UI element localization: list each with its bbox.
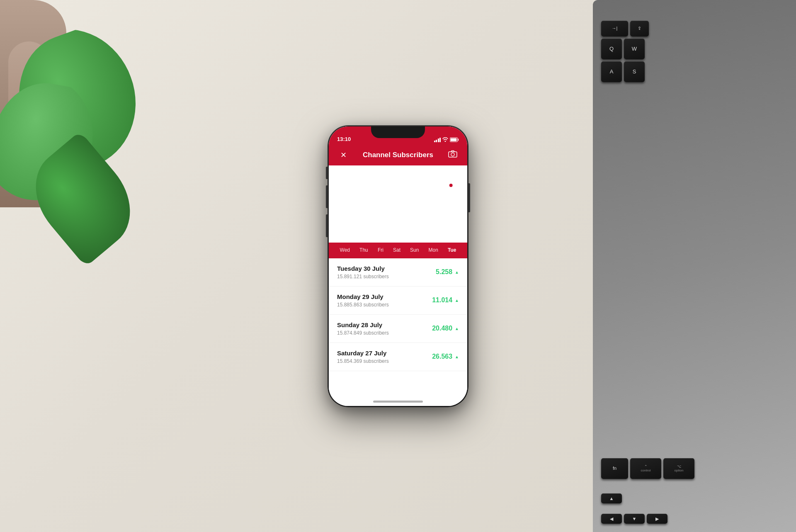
mute-button[interactable]: [326, 167, 328, 179]
phone-outer: 13:10: [328, 125, 468, 407]
status-icons: [434, 137, 459, 142]
key-a: A: [601, 61, 622, 82]
stats-date: Tuesday 30 July: [329, 177, 467, 184]
volume-up-button[interactable]: [326, 185, 328, 208]
key-left: ◀: [601, 514, 622, 524]
camera-icon: [448, 150, 457, 158]
list-item-sub: 15.854.369 subscribers: [337, 358, 389, 364]
camera-button[interactable]: [447, 150, 459, 160]
list-item-sub: 15.885.863 subscribers: [337, 302, 389, 308]
day-tue: Tue: [448, 247, 456, 253]
day-sat: Sat: [393, 247, 400, 253]
day-mon: Mon: [429, 247, 438, 253]
key-option: ⌥ option: [663, 458, 694, 479]
home-indicator: [373, 401, 423, 403]
key-caps: ⇪: [630, 21, 649, 36]
phone: 13:10: [328, 125, 468, 407]
list-item-sub: 15.874.849 subscribers: [337, 330, 389, 336]
stats-display: 15.891.121 Tuesday 30 July: [329, 165, 467, 184]
keyboard-row-arrows-2: ◀ ▼ ▶: [601, 514, 788, 524]
list-item-right: 5.258 ▲: [436, 268, 459, 276]
day-thu: Thu: [359, 247, 368, 253]
app-content: 13:10: [329, 126, 467, 406]
list-item-info: Sunday 28 July 15.874.849 subscribers: [337, 321, 389, 336]
screen-title: Channel Subscribers: [363, 151, 433, 159]
key-up: ▲: [601, 493, 622, 503]
svg-rect-1: [458, 138, 459, 141]
trend-up-icon: ▲: [455, 270, 459, 275]
list-item[interactable]: Saturday 27 July 15.854.369 subscribers …: [329, 343, 467, 371]
list-item-right: 20.480 ▲: [432, 325, 459, 332]
battery-icon: [450, 137, 459, 142]
list-item[interactable]: Sunday 28 July 15.874.849 subscribers 20…: [329, 315, 467, 343]
list-item-value: 11.014: [432, 296, 452, 304]
key-s: S: [624, 61, 645, 82]
list-item[interactable]: Tuesday 30 July 15.891.121 subscribers 5…: [329, 258, 467, 287]
day-labels: Wed Thu Fri Sat Sun Mon Tue: [329, 243, 467, 258]
trend-up-icon: ▲: [455, 355, 459, 359]
list-item-info: Monday 29 July 15.885.863 subscribers: [337, 293, 389, 308]
svg-rect-2: [451, 138, 457, 141]
laptop-keyboard: →| ⇪ Q W A S fn ⌃ control ⌥: [593, 0, 796, 532]
key-tab: →|: [601, 21, 628, 36]
chart-container: [329, 180, 467, 245]
list-item[interactable]: Monday 29 July 15.885.863 subscribers 11…: [329, 287, 467, 315]
keyboard-row-2: A S: [601, 61, 788, 82]
day-wed: Wed: [340, 247, 350, 253]
key-w: W: [624, 39, 645, 59]
key-q: Q: [601, 39, 622, 59]
signal-icon: [434, 137, 441, 142]
trend-up-icon: ▲: [455, 298, 459, 303]
list-item-title: Saturday 27 July: [337, 350, 389, 357]
wifi-icon: [442, 137, 448, 142]
list-item-right: 26.563 ▲: [432, 353, 459, 360]
list-item-value: 26.563: [432, 353, 452, 360]
list-item-sub: 15.891.121 subscribers: [337, 274, 389, 279]
subscriber-count: 15.891.121: [329, 165, 467, 176]
key-down: ▼: [624, 514, 645, 524]
keyboard-row-arrows: ▲: [601, 493, 788, 503]
list-item-right: 11.014 ▲: [432, 296, 459, 304]
trend-up-icon: ▲: [455, 326, 459, 331]
day-fri: Fri: [378, 247, 383, 253]
list-item-title: Sunday 28 July: [337, 321, 389, 328]
list-item-value: 20.480: [432, 325, 452, 332]
phone-notch: [371, 126, 425, 138]
day-sun: Sun: [410, 247, 419, 253]
list-item-title: Monday 29 July: [337, 293, 389, 300]
keyboard-row-fn: →| ⇪: [601, 21, 788, 36]
power-button[interactable]: [468, 183, 470, 212]
close-button[interactable]: ✕: [337, 151, 349, 160]
volume-down-button[interactable]: [326, 214, 328, 237]
list-item-info: Saturday 27 July 15.854.369 subscribers: [337, 350, 389, 364]
keyboard-row-bottom: fn ⌃ control ⌥ option: [601, 458, 788, 479]
line-chart: [329, 180, 467, 245]
keyboard-row-1: Q W: [601, 39, 788, 59]
svg-point-4: [451, 153, 454, 156]
subscriber-list: Tuesday 30 July 15.891.121 subscribers 5…: [329, 258, 467, 406]
svg-point-5: [449, 184, 453, 187]
key-control: ⌃ control: [630, 458, 661, 479]
list-item-info: Tuesday 30 July 15.891.121 subscribers: [337, 265, 389, 279]
key-fn: fn: [601, 458, 628, 479]
phone-screen: 13:10: [329, 126, 467, 406]
app-header: ✕ Channel Subscribers: [329, 145, 467, 165]
key-right: ▶: [647, 514, 667, 524]
list-item-value: 5.258: [436, 268, 452, 276]
plant-container: [0, 0, 166, 290]
list-item-title: Tuesday 30 July: [337, 265, 389, 272]
